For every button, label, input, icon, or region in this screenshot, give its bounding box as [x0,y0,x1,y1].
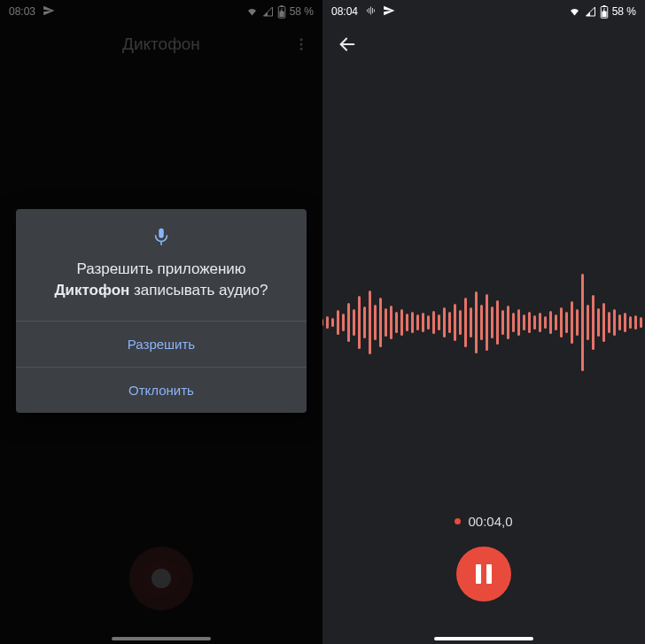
audio-indicator-icon [365,5,376,19]
screen-recording: 08:04 58 % 0 [322,0,645,644]
recording-indicator-icon [455,518,461,524]
deny-button[interactable]: Отклонить [16,367,307,413]
permission-dialog: Разрешить приложению Диктофон записывать… [16,209,307,413]
back-button[interactable] [331,28,363,60]
svg-rect-10 [372,8,373,13]
svg-rect-7 [367,9,368,12]
svg-rect-8 [369,8,369,13]
svg-rect-9 [370,6,371,14]
app-bar [322,23,645,66]
elapsed-time: 00:04,0 [468,514,512,529]
cell-signal-icon [585,6,596,17]
pause-button[interactable] [456,547,511,601]
battery-text: 58 % [612,5,636,18]
pause-icon [476,564,492,584]
allow-button[interactable]: Разрешить [16,321,307,367]
svg-rect-13 [602,5,605,7]
status-time: 08:04 [331,5,358,18]
nav-handle[interactable] [434,637,533,640]
screen-permission: 08:03 58 % Диктофон [0,0,322,644]
svg-rect-11 [374,9,375,12]
timer-row: 00:04,0 [322,514,645,529]
microphone-icon [35,227,287,246]
battery-icon [600,5,609,19]
wifi-icon [568,6,581,17]
status-bar: 08:04 58 % [322,0,645,23]
telegram-icon [383,4,395,19]
permission-text: Разрешить приложению Диктофон записывать… [35,259,287,301]
